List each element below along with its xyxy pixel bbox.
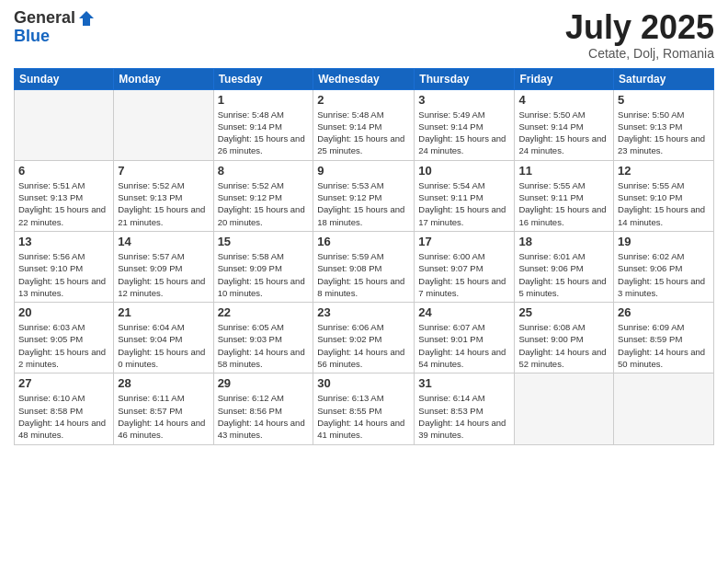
- table-row: 16Sunrise: 5:59 AM Sunset: 9:08 PM Dayli…: [313, 231, 415, 302]
- table-row: 1Sunrise: 5:48 AM Sunset: 9:14 PM Daylig…: [213, 89, 313, 160]
- day-info: Sunrise: 6:01 AM Sunset: 9:06 PM Dayligh…: [518, 250, 609, 299]
- day-number: 11: [518, 164, 609, 178]
- day-info: Sunrise: 5:58 AM Sunset: 9:09 PM Dayligh…: [218, 250, 310, 299]
- day-number: 23: [317, 305, 410, 319]
- table-row: 14Sunrise: 5:57 AM Sunset: 9:09 PM Dayli…: [114, 231, 213, 302]
- table-row: [614, 373, 714, 444]
- table-row: 10Sunrise: 5:54 AM Sunset: 9:11 PM Dayli…: [415, 160, 515, 231]
- title-block: July 2025 Cetate, Dolj, Romania: [565, 9, 714, 61]
- day-number: 15: [218, 235, 310, 248]
- day-number: 14: [118, 235, 209, 248]
- table-row: 24Sunrise: 6:07 AM Sunset: 9:01 PM Dayli…: [415, 303, 515, 373]
- header-sunday: Sunday: [15, 68, 114, 89]
- day-number: 2: [317, 93, 410, 107]
- header-wednesday: Wednesday: [313, 68, 415, 89]
- header-monday: Monday: [114, 68, 213, 89]
- table-row: 2Sunrise: 5:48 AM Sunset: 9:14 PM Daylig…: [313, 89, 415, 160]
- header-saturday: Saturday: [614, 68, 714, 89]
- table-row: 8Sunrise: 5:52 AM Sunset: 9:12 PM Daylig…: [213, 160, 313, 231]
- day-info: Sunrise: 6:11 AM Sunset: 8:57 PM Dayligh…: [118, 392, 209, 441]
- day-info: Sunrise: 5:56 AM Sunset: 9:10 PM Dayligh…: [18, 250, 109, 299]
- day-number: 29: [218, 376, 310, 390]
- day-number: 9: [317, 164, 410, 178]
- header: General Blue July 2025 Cetate, Dolj, Rom…: [14, 9, 714, 61]
- day-info: Sunrise: 6:07 AM Sunset: 9:01 PM Dayligh…: [418, 321, 510, 370]
- day-number: 20: [18, 305, 109, 319]
- day-info: Sunrise: 6:09 AM Sunset: 8:59 PM Dayligh…: [618, 321, 710, 370]
- table-row: [515, 373, 614, 444]
- header-friday: Friday: [515, 68, 614, 89]
- day-info: Sunrise: 6:14 AM Sunset: 8:53 PM Dayligh…: [418, 392, 510, 441]
- calendar-week-row: 13Sunrise: 5:56 AM Sunset: 9:10 PM Dayli…: [15, 231, 714, 302]
- table-row: 26Sunrise: 6:09 AM Sunset: 8:59 PM Dayli…: [614, 303, 714, 373]
- day-info: Sunrise: 5:53 AM Sunset: 9:12 PM Dayligh…: [317, 179, 410, 228]
- day-number: 10: [418, 164, 510, 178]
- day-number: 13: [18, 235, 109, 248]
- day-info: Sunrise: 6:08 AM Sunset: 9:00 PM Dayligh…: [518, 321, 609, 370]
- table-row: 17Sunrise: 6:00 AM Sunset: 9:07 PM Dayli…: [415, 231, 515, 302]
- table-row: 25Sunrise: 6:08 AM Sunset: 9:00 PM Dayli…: [515, 303, 614, 373]
- location-subtitle: Cetate, Dolj, Romania: [565, 46, 714, 61]
- day-number: 8: [218, 164, 310, 178]
- page: General Blue July 2025 Cetate, Dolj, Rom…: [0, 0, 728, 563]
- table-row: 31Sunrise: 6:14 AM Sunset: 8:53 PM Dayli…: [415, 373, 515, 444]
- table-row: 13Sunrise: 5:56 AM Sunset: 9:10 PM Dayli…: [15, 231, 114, 302]
- day-number: 12: [618, 164, 710, 178]
- day-number: 22: [218, 305, 310, 319]
- table-row: 11Sunrise: 5:55 AM Sunset: 9:11 PM Dayli…: [515, 160, 614, 231]
- calendar-week-row: 6Sunrise: 5:51 AM Sunset: 9:13 PM Daylig…: [15, 160, 714, 231]
- day-info: Sunrise: 5:50 AM Sunset: 9:14 PM Dayligh…: [518, 109, 609, 157]
- header-thursday: Thursday: [415, 68, 515, 89]
- day-info: Sunrise: 6:03 AM Sunset: 9:05 PM Dayligh…: [18, 321, 109, 370]
- day-info: Sunrise: 5:59 AM Sunset: 9:08 PM Dayligh…: [317, 250, 410, 299]
- day-number: 26: [618, 305, 710, 319]
- table-row: 20Sunrise: 6:03 AM Sunset: 9:05 PM Dayli…: [15, 303, 114, 373]
- table-row: 6Sunrise: 5:51 AM Sunset: 9:13 PM Daylig…: [15, 160, 114, 231]
- day-number: 28: [118, 376, 209, 390]
- day-info: Sunrise: 6:04 AM Sunset: 9:04 PM Dayligh…: [118, 321, 209, 370]
- day-number: 17: [418, 235, 510, 248]
- day-number: 7: [118, 164, 209, 178]
- day-info: Sunrise: 5:55 AM Sunset: 9:10 PM Dayligh…: [618, 179, 710, 228]
- day-info: Sunrise: 5:52 AM Sunset: 9:12 PM Dayligh…: [218, 179, 310, 228]
- table-row: 23Sunrise: 6:06 AM Sunset: 9:02 PM Dayli…: [313, 303, 415, 373]
- day-number: 3: [418, 93, 510, 107]
- day-info: Sunrise: 5:52 AM Sunset: 9:13 PM Dayligh…: [118, 179, 209, 228]
- day-number: 1: [218, 93, 310, 107]
- table-row: 21Sunrise: 6:04 AM Sunset: 9:04 PM Dayli…: [114, 303, 213, 373]
- table-row: [15, 89, 114, 160]
- calendar-header-row: Sunday Monday Tuesday Wednesday Thursday…: [15, 68, 714, 89]
- day-number: 27: [18, 376, 109, 390]
- table-row: 30Sunrise: 6:13 AM Sunset: 8:55 PM Dayli…: [313, 373, 415, 444]
- day-info: Sunrise: 6:06 AM Sunset: 9:02 PM Dayligh…: [317, 321, 410, 370]
- logo-blue-text: Blue: [14, 28, 96, 46]
- day-info: Sunrise: 5:48 AM Sunset: 9:14 PM Dayligh…: [218, 109, 310, 157]
- day-number: 16: [317, 235, 410, 248]
- table-row: [114, 89, 213, 160]
- day-info: Sunrise: 6:12 AM Sunset: 8:56 PM Dayligh…: [218, 392, 310, 441]
- table-row: 12Sunrise: 5:55 AM Sunset: 9:10 PM Dayli…: [614, 160, 714, 231]
- table-row: 22Sunrise: 6:05 AM Sunset: 9:03 PM Dayli…: [213, 303, 313, 373]
- day-info: Sunrise: 5:55 AM Sunset: 9:11 PM Dayligh…: [518, 179, 609, 228]
- day-number: 6: [18, 164, 109, 178]
- day-number: 19: [618, 235, 710, 248]
- table-row: 5Sunrise: 5:50 AM Sunset: 9:13 PM Daylig…: [614, 89, 714, 160]
- table-row: 9Sunrise: 5:53 AM Sunset: 9:12 PM Daylig…: [313, 160, 415, 231]
- day-info: Sunrise: 5:49 AM Sunset: 9:14 PM Dayligh…: [418, 109, 510, 157]
- calendar-week-row: 27Sunrise: 6:10 AM Sunset: 8:58 PM Dayli…: [15, 373, 714, 444]
- table-row: 19Sunrise: 6:02 AM Sunset: 9:06 PM Dayli…: [614, 231, 714, 302]
- calendar-week-row: 1Sunrise: 5:48 AM Sunset: 9:14 PM Daylig…: [15, 89, 714, 160]
- day-info: Sunrise: 5:57 AM Sunset: 9:09 PM Dayligh…: [118, 250, 209, 299]
- day-info: Sunrise: 5:51 AM Sunset: 9:13 PM Dayligh…: [18, 179, 109, 228]
- day-number: 24: [418, 305, 510, 319]
- table-row: 3Sunrise: 5:49 AM Sunset: 9:14 PM Daylig…: [415, 89, 515, 160]
- day-info: Sunrise: 6:02 AM Sunset: 9:06 PM Dayligh…: [618, 250, 710, 299]
- table-row: 28Sunrise: 6:11 AM Sunset: 8:57 PM Dayli…: [114, 373, 213, 444]
- day-number: 25: [518, 305, 609, 319]
- day-number: 4: [518, 93, 609, 107]
- day-number: 31: [418, 376, 510, 390]
- calendar-table: Sunday Monday Tuesday Wednesday Thursday…: [14, 68, 714, 445]
- day-info: Sunrise: 6:00 AM Sunset: 9:07 PM Dayligh…: [418, 250, 510, 299]
- svg-marker-0: [79, 11, 94, 26]
- table-row: 18Sunrise: 6:01 AM Sunset: 9:06 PM Dayli…: [515, 231, 614, 302]
